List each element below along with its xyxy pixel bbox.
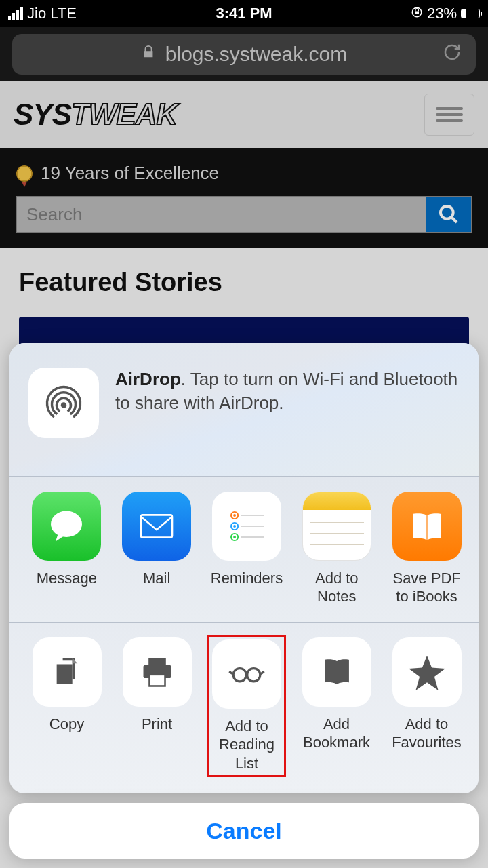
- share-app-label: Reminders: [210, 569, 284, 607]
- bookmark-icon: [302, 637, 371, 707]
- share-app-label: Add to Notes: [300, 569, 373, 607]
- svg-point-12: [233, 536, 236, 538]
- action-label: Add to Favourites: [390, 715, 464, 753]
- action-label: Add to Reading List: [212, 717, 281, 773]
- notes-icon: [302, 492, 371, 561]
- cancel-button[interactable]: Cancel: [9, 803, 479, 859]
- share-actions-row[interactable]: Copy Print Add to Reading List Add Bookm…: [9, 622, 479, 794]
- airdrop-icon: [28, 368, 99, 438]
- message-icon: [32, 492, 101, 561]
- airdrop-text: AirDrop. Tap to turn on Wi-Fi and Blueto…: [115, 368, 460, 438]
- action-reading-list[interactable]: Add to Reading List: [207, 635, 286, 778]
- action-bookmark[interactable]: Add Bookmark: [300, 637, 373, 775]
- svg-point-21: [233, 668, 246, 681]
- svg-rect-6: [141, 515, 172, 537]
- svg-point-4: [61, 402, 66, 408]
- copy-icon: [33, 637, 102, 707]
- share-app-notes[interactable]: Add to Notes: [300, 492, 373, 607]
- svg-point-5: [51, 511, 82, 536]
- share-app-message[interactable]: Message: [30, 492, 104, 607]
- action-label: Print: [120, 715, 194, 753]
- svg-point-8: [233, 514, 236, 517]
- svg-point-10: [233, 525, 236, 528]
- svg-rect-18: [148, 658, 166, 665]
- svg-point-22: [247, 668, 260, 681]
- star-icon: [392, 637, 462, 707]
- battery-icon: [461, 9, 480, 18]
- action-print[interactable]: Print: [120, 637, 194, 775]
- svg-rect-20: [149, 674, 165, 686]
- statusbar: Jio LTE 3:41 PM 23%: [0, 0, 488, 27]
- action-label: Copy: [30, 715, 104, 753]
- share-app-label: Mail: [120, 569, 194, 607]
- svg-rect-17: [56, 664, 72, 684]
- clock: 3:41 PM: [0, 5, 488, 22]
- reminders-icon: [212, 492, 281, 561]
- print-icon: [123, 637, 192, 707]
- action-favourites[interactable]: Add to Favourites: [390, 637, 464, 775]
- share-app-ibooks[interactable]: Save PDF to iBooks: [390, 492, 464, 607]
- action-label: Add Bookmark: [300, 715, 373, 753]
- action-copy[interactable]: Copy: [30, 637, 104, 775]
- share-sheet: AirDrop. Tap to turn on Wi-Fi and Blueto…: [9, 343, 479, 859]
- mail-icon: [122, 492, 191, 561]
- reading-list-icon: [212, 639, 281, 709]
- airdrop-title: AirDrop: [115, 369, 181, 389]
- airdrop-row[interactable]: AirDrop. Tap to turn on Wi-Fi and Blueto…: [9, 343, 479, 476]
- share-app-reminders[interactable]: Reminders: [210, 492, 284, 607]
- share-app-label: Message: [30, 569, 104, 607]
- share-app-mail[interactable]: Mail: [120, 492, 194, 607]
- share-app-label: Save PDF to iBooks: [390, 569, 464, 607]
- ibooks-icon: [392, 492, 462, 561]
- share-apps-row[interactable]: Message Mail: [9, 476, 479, 622]
